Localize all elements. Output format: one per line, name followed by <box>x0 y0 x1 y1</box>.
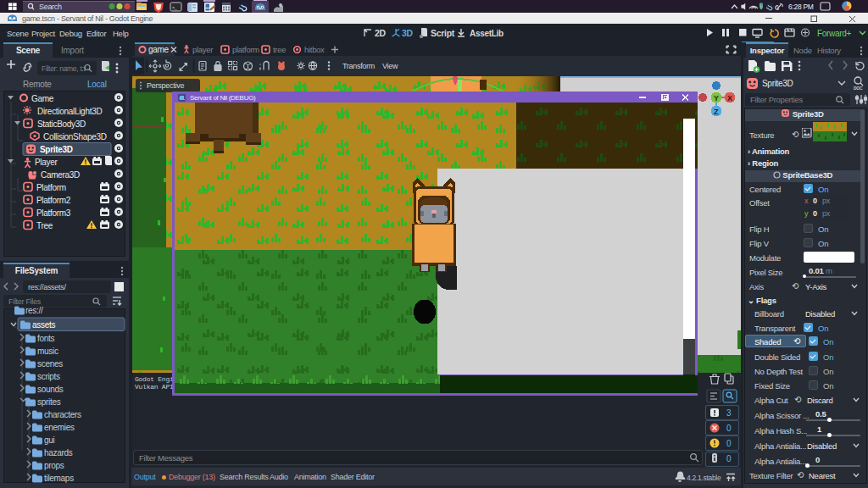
svg-text:6:28 PM: 6:28 PM <box>788 3 814 11</box>
svg-text:characters: characters <box>44 410 81 419</box>
svg-text:Player: Player <box>35 158 58 167</box>
svg-text:Platform: Platform <box>36 183 66 192</box>
svg-text:gui: gui <box>44 435 55 445</box>
svg-text:Tree: Tree <box>36 221 53 230</box>
svg-text:game.tscn - Servant of Nil - G: game.tscn - Servant of Nil - Godot Engin… <box>22 14 153 23</box>
svg-text:res://assets/: res://assets/ <box>28 283 66 291</box>
svg-text:DOC: DOC <box>854 86 863 91</box>
svg-text:Game: Game <box>31 94 54 103</box>
svg-text:sounds: sounds <box>37 385 64 394</box>
svg-text:0: 0 <box>726 439 732 448</box>
svg-text:2D: 2D <box>375 28 387 38</box>
svg-text:View: View <box>382 62 398 70</box>
svg-text:tree: tree <box>273 45 286 54</box>
svg-text:Forward+: Forward+ <box>817 29 852 38</box>
svg-text:Sprite3D: Sprite3D <box>762 79 793 88</box>
svg-text:scripts: scripts <box>37 372 60 381</box>
svg-text:Sprite3D: Sprite3D <box>40 145 73 154</box>
svg-text:0: 0 <box>726 424 732 433</box>
svg-text:4.2.1.stable: 4.2.1.stable <box>687 474 721 482</box>
svg-text:Camera3D: Camera3D <box>41 170 80 180</box>
svg-text:Transform: Transform <box>342 62 375 70</box>
svg-text:Filter Properties: Filter Properties <box>750 95 803 104</box>
svg-text:game: game <box>148 45 170 54</box>
svg-text:AssetLib: AssetLib <box>470 29 504 38</box>
svg-text:enemies: enemies <box>44 423 75 432</box>
svg-text:assets: assets <box>32 320 55 330</box>
svg-text:0: 0 <box>726 454 732 463</box>
svg-text:hazards: hazards <box>44 448 73 458</box>
svg-text:Z: Z <box>714 108 719 116</box>
svg-text:X: X <box>727 94 732 103</box>
svg-text:props: props <box>44 461 64 470</box>
svg-text:music: music <box>37 347 58 356</box>
svg-text:sprites: sprites <box>37 397 61 407</box>
svg-text:Y: Y <box>714 94 719 103</box>
svg-text:platform: platform <box>232 45 259 54</box>
svg-text:Search: Search <box>39 3 62 11</box>
svg-text:tilemaps: tilemaps <box>44 474 74 483</box>
svg-text:Servant of Nil (DEBUG): Servant of Nil (DEBUG) <box>190 94 256 102</box>
svg-text:Platform2: Platform2 <box>36 196 71 205</box>
svg-text:res://: res:// <box>25 306 43 315</box>
svg-text:Platform3: Platform3 <box>36 208 71 218</box>
svg-text:fonts: fonts <box>37 334 54 343</box>
svg-text:3D: 3D <box>402 28 414 38</box>
svg-text:3: 3 <box>726 408 732 418</box>
svg-text:Filter: name, t:t: Filter: name, t:t <box>42 64 86 73</box>
svg-text:hitbox: hitbox <box>304 45 325 54</box>
svg-text:player: player <box>192 45 213 54</box>
svg-text:Script: Script <box>431 28 455 38</box>
svg-text:scenes: scenes <box>37 359 63 369</box>
